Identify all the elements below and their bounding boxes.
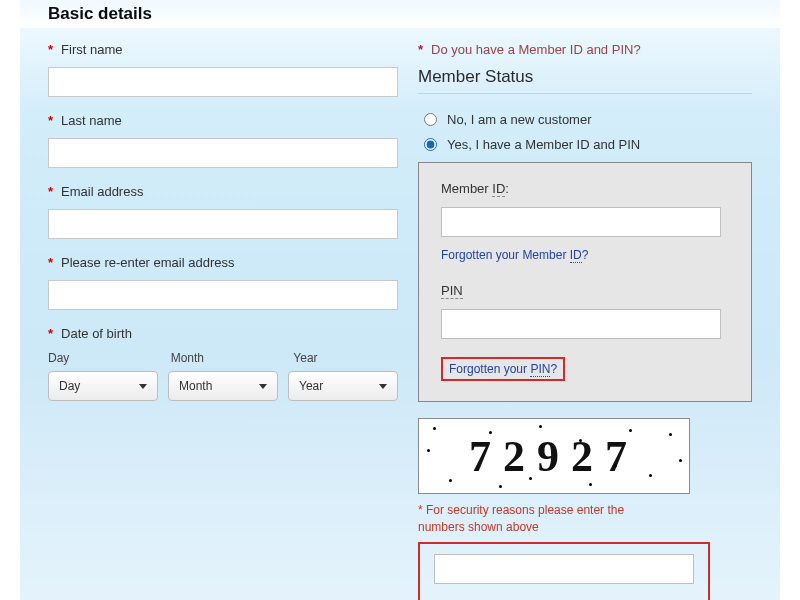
day-column-label: Day [48, 351, 153, 365]
year-select-value: Year [299, 379, 323, 393]
captcha-hint: * For security reasons please enter the … [418, 502, 668, 536]
day-select[interactable]: Day [48, 371, 158, 401]
email-label: Email address [61, 184, 143, 199]
year-select[interactable]: Year [288, 371, 398, 401]
member-credentials-panel: Member ID: Forgotten your Member ID? PIN… [418, 162, 752, 402]
first-name-input[interactable] [48, 67, 398, 97]
radio-existing-member-input[interactable] [424, 138, 437, 151]
radio-new-customer[interactable]: No, I am a new customer [418, 112, 752, 127]
year-column-label: Year [293, 351, 398, 365]
captcha-image: 72927 [418, 418, 690, 494]
pin-input[interactable] [441, 309, 721, 339]
required-icon: * [48, 113, 53, 128]
email-input[interactable] [48, 209, 398, 239]
forgot-pin-link[interactable]: Forgotten your PIN? [449, 362, 557, 377]
forgot-pin-highlight: Forgotten your PIN? [441, 357, 565, 381]
captcha-input[interactable] [434, 554, 694, 584]
required-icon: * [48, 184, 53, 199]
captcha-text: 72927 [469, 431, 639, 482]
month-select[interactable]: Month [168, 371, 278, 401]
member-status-section: * Do you have a Member ID and PIN? Membe… [418, 42, 752, 600]
member-id-input[interactable] [441, 207, 721, 237]
dob-label: Date of birth [61, 326, 132, 341]
month-column-label: Month [171, 351, 276, 365]
last-name-input[interactable] [48, 138, 398, 168]
first-name-label: First name [61, 42, 122, 57]
chevron-down-icon [139, 384, 147, 389]
email-confirm-input[interactable] [48, 280, 398, 310]
forgot-member-id-link[interactable]: Forgotten your Member ID? [441, 248, 588, 263]
required-icon: * [48, 255, 53, 270]
email-confirm-label: Please re-enter email address [61, 255, 234, 270]
required-icon: * [418, 42, 423, 57]
pin-label: PIN [441, 283, 463, 299]
basic-details-form: * First name * Last name * Email address [48, 42, 398, 600]
required-icon: * [48, 42, 53, 57]
chevron-down-icon [259, 384, 267, 389]
month-select-value: Month [179, 379, 212, 393]
chevron-down-icon [379, 384, 387, 389]
radio-existing-member[interactable]: Yes, I have a Member ID and PIN [418, 137, 752, 152]
member-id-label: Member ID: [441, 181, 509, 196]
radio-existing-member-label: Yes, I have a Member ID and PIN [447, 137, 640, 152]
member-status-heading: Member Status [418, 67, 752, 94]
page-title: Basic details [48, 4, 752, 24]
required-icon: * [48, 326, 53, 341]
captcha-input-highlight [418, 542, 710, 600]
member-question: Do you have a Member ID and PIN? [431, 42, 641, 57]
radio-new-customer-input[interactable] [424, 113, 437, 126]
radio-new-customer-label: No, I am a new customer [447, 112, 592, 127]
day-select-value: Day [59, 379, 80, 393]
last-name-label: Last name [61, 113, 122, 128]
